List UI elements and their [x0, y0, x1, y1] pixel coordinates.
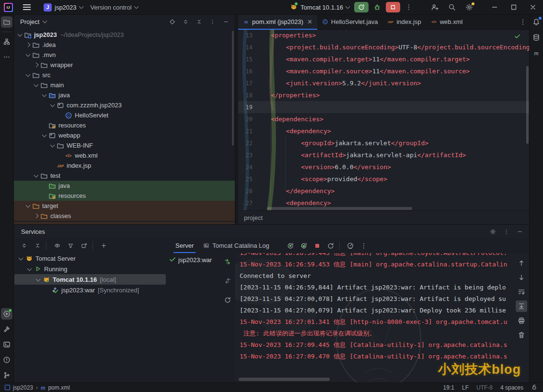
tree-item-.idea[interactable]: .idea: [13, 40, 235, 50]
tree-item-webapp[interactable]: webapp: [13, 130, 235, 140]
search-icon[interactable]: [445, 2, 459, 12]
tree-item-web-inf[interactable]: WEB-INF: [13, 140, 235, 150]
code-line-15[interactable]: 15 <maven.compiler.target>11</maven.comp…: [238, 53, 530, 65]
tree-chevron-icon[interactable]: [33, 81, 40, 89]
breadcrumb-item[interactable]: project: [244, 214, 263, 221]
lock-open-icon[interactable]: [531, 384, 537, 392]
editor-tab-web.xml[interactable]: </>web.xml: [426, 14, 468, 29]
run-configuration-selector[interactable]: Tomcat 10.1.16: [287, 1, 352, 13]
tree-item-running[interactable]: Running: [14, 264, 166, 274]
window-maximize-button[interactable]: [506, 1, 522, 13]
project-widget[interactable]: J jsp2023: [40, 2, 87, 13]
project-toolbar-win-min-button[interactable]: [220, 16, 231, 27]
code-editor[interactable]: 13 <properties>14 <project.build.sourceE…: [238, 29, 530, 210]
deployment-refresh-button[interactable]: [222, 294, 233, 306]
editor-tab-pom.xml[interactable]: mpom.xml (jsp2023)✕: [238, 14, 317, 29]
deployment-item[interactable]: jsp2023:war: [167, 253, 220, 266]
tree-item-tomcat-10.1.16[interactable]: Tomcat 10.1.16[local]: [14, 274, 166, 285]
stop-button[interactable]: [386, 2, 400, 12]
editor-horizontal-scrollbar[interactable]: [267, 207, 412, 210]
editor-tab-helloservlet.java[interactable]: CHelloServlet.java: [317, 14, 383, 29]
tree-item-resources[interactable]: resources: [13, 191, 235, 201]
code-line-16[interactable]: 16 <maven.compiler.source>11</maven.comp…: [238, 65, 530, 77]
inspections-ok-icon[interactable]: [514, 33, 521, 42]
console-run-stop-sq-button[interactable]: [312, 240, 323, 252]
tab-list-kebab-icon[interactable]: [516, 14, 530, 29]
tree-chevron-icon[interactable]: [49, 142, 56, 150]
console-run-refresh-button[interactable]: [325, 240, 336, 252]
console-log[interactable]: 15-Nov-2023 16:26:59.445 信息 [main] org.a…: [240, 253, 513, 362]
line-ending[interactable]: LF: [462, 384, 469, 391]
code-line-22[interactable]: 22 <groupId>jakarta.servlet</groupId>: [238, 137, 530, 149]
services-tab-server[interactable]: Server: [171, 238, 198, 253]
tree-item-wrapper[interactable]: wrapper: [13, 60, 235, 70]
tree-item-java[interactable]: java: [13, 90, 235, 100]
tree-chevron-icon[interactable]: [33, 61, 40, 69]
code-line-23[interactable]: 23 <artifactId>jakarta.servlet-api</arti…: [238, 149, 530, 161]
tree-chevron-icon[interactable]: [17, 254, 24, 262]
tree-chevron-icon[interactable]: [24, 41, 32, 49]
tree-chevron-icon[interactable]: [33, 172, 40, 180]
tool-window-button-git[interactable]: [1, 369, 12, 381]
services-toolbar-collapse-all-button[interactable]: [32, 240, 43, 252]
console-scroll-end-button[interactable]: [516, 300, 527, 312]
services-toolbar-expand-all-button[interactable]: [18, 240, 30, 252]
tool-window-button-hammer[interactable]: [1, 323, 12, 335]
statusbar-breadcrumb[interactable]: jsp2023 › m pom.xml: [5, 384, 70, 392]
services-header-gear-button[interactable]: [487, 226, 498, 237]
code-line-24[interactable]: 24 <version>6.0.0</version>: [238, 161, 530, 173]
code-line-18[interactable]: 18 </properties>: [238, 89, 530, 101]
vcs-widget[interactable]: Version control: [87, 2, 142, 12]
code-line-21[interactable]: 21 <dependency>: [238, 125, 530, 137]
console-horizontal-scrollbar[interactable]: [239, 378, 330, 381]
tree-item-helloservlet[interactable]: CHelloServlet: [13, 110, 235, 120]
debug-button[interactable]: [370, 2, 384, 12]
breadcrumb[interactable]: project: [238, 210, 530, 224]
services-header-kebab-button[interactable]: [501, 226, 511, 237]
services-toolbar-eye-button[interactable]: [51, 240, 63, 252]
tool-window-button-more-h[interactable]: [1, 51, 12, 63]
project-toolbar-expand-all-button[interactable]: [180, 16, 191, 27]
tool-window-button-structure[interactable]: [1, 36, 12, 47]
tree-item-java[interactable]: java: [13, 181, 235, 191]
editor-tab-index.jsp[interactable]: JSPindex.jsp: [382, 14, 426, 29]
deployment-undeploy-button[interactable]: [222, 275, 233, 287]
tree-item-jsp2023-war[interactable]: jsp2023:war[Synchronized]: [14, 285, 166, 295]
tree-item-test[interactable]: test: [13, 171, 235, 181]
code-line-19[interactable]: 19: [238, 101, 530, 113]
add-user-icon[interactable]: [428, 2, 441, 12]
caret-position[interactable]: 19:1: [443, 384, 454, 391]
tool-window-button-folder[interactable]: [1, 16, 12, 28]
code-line-13[interactable]: 13 <properties>: [238, 29, 530, 41]
tree-item-jsp2023[interactable]: jsp2023~/IdeaProjects/jsp2023: [13, 30, 235, 40]
indent-setting[interactable]: 4 spaces: [500, 384, 523, 391]
window-close-button[interactable]: [525, 1, 541, 13]
tree-item-resources[interactable]: resources: [13, 120, 235, 130]
console-arrow-up-button[interactable]: [516, 257, 527, 269]
tree-item-src[interactable]: src: [13, 70, 235, 80]
console-arrow-down-button[interactable]: [516, 272, 527, 283]
project-tree-scrollbar[interactable]: [232, 31, 234, 146]
tree-chevron-icon[interactable]: [41, 132, 48, 139]
tree-item-classes[interactable]: classes: [13, 211, 235, 221]
tool-window-button-services[interactable]: [1, 308, 12, 320]
tree-chevron-icon[interactable]: [24, 71, 32, 79]
console-run-gauge-button[interactable]: [345, 240, 356, 252]
tree-item-web.xml[interactable]: </>web.xml: [13, 150, 235, 161]
main-menu-icon[interactable]: [21, 2, 33, 12]
tree-item-target[interactable]: target: [13, 201, 235, 211]
close-tab-icon[interactable]: ✕: [307, 18, 312, 25]
tool-window-button-database[interactable]: [531, 32, 542, 43]
tree-item-index.jsp[interactable]: JSPindex.jsp: [13, 161, 235, 171]
code-line-14[interactable]: 14 <project.build.sourceEncoding>UTF-8</…: [238, 41, 530, 53]
window-minimize-button[interactable]: [486, 1, 503, 13]
tree-item-main[interactable]: main: [13, 80, 235, 90]
tree-item-.mvn[interactable]: .mvn: [13, 50, 235, 60]
tree-chevron-icon[interactable]: [35, 276, 42, 283]
tree-chevron-icon[interactable]: [33, 212, 40, 220]
code-line-25[interactable]: 25 <scope>provided</scope>: [238, 173, 530, 185]
tree-chevron-icon[interactable]: [24, 202, 32, 210]
tree-item-com.zzzmh.jsp2023[interactable]: com.zzzmh.jsp2023: [13, 100, 235, 110]
services-toolbar-plus-button[interactable]: [98, 240, 109, 252]
statusbar-file[interactable]: pom.xml: [48, 384, 69, 391]
